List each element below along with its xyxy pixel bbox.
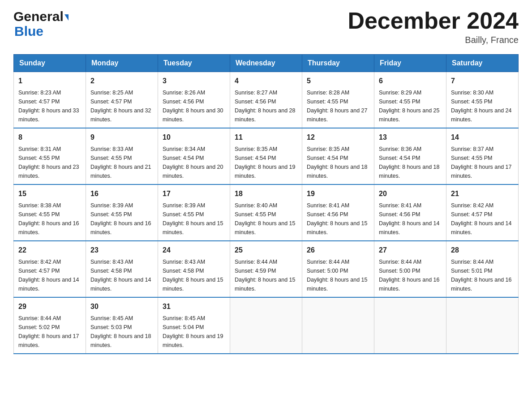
calendar-cell: 19Sunrise: 8:41 AMSunset: 4:56 PMDayligh…	[302, 184, 374, 241]
day-number: 7	[451, 76, 514, 86]
day-header-wednesday: Wednesday	[230, 55, 302, 72]
calendar-week-3: 15Sunrise: 8:38 AMSunset: 4:55 PMDayligh…	[14, 184, 519, 241]
day-info: Sunrise: 8:42 AMSunset: 4:57 PMDaylight:…	[18, 257, 81, 293]
calendar-cell: 20Sunrise: 8:41 AMSunset: 4:56 PMDayligh…	[374, 184, 446, 241]
calendar-cell: 9Sunrise: 8:33 AMSunset: 4:55 PMDaylight…	[86, 128, 158, 184]
day-info: Sunrise: 8:33 AMSunset: 4:55 PMDaylight:…	[90, 145, 153, 180]
day-number: 14	[451, 132, 514, 143]
day-info: Sunrise: 8:34 AMSunset: 4:54 PMDaylight:…	[163, 145, 225, 180]
day-number: 21	[451, 188, 514, 199]
header-right: December 2024 Bailly, France	[348, 9, 519, 45]
calendar-cell: 27Sunrise: 8:44 AMSunset: 5:00 PMDayligh…	[374, 241, 446, 297]
day-number: 20	[379, 188, 442, 199]
day-info: Sunrise: 8:39 AMSunset: 4:55 PMDaylight:…	[163, 201, 225, 237]
calendar-body: 1Sunrise: 8:23 AMSunset: 4:57 PMDaylight…	[14, 72, 519, 354]
calendar-cell: 26Sunrise: 8:44 AMSunset: 5:00 PMDayligh…	[302, 241, 374, 297]
calendar-cell: 12Sunrise: 8:35 AMSunset: 4:54 PMDayligh…	[302, 128, 374, 184]
day-number: 3	[163, 76, 225, 86]
calendar-cell: 3Sunrise: 8:26 AMSunset: 4:56 PMDaylight…	[158, 72, 230, 128]
day-info: Sunrise: 8:44 AMSunset: 5:01 PMDaylight:…	[451, 257, 514, 293]
calendar-cell: 1Sunrise: 8:23 AMSunset: 4:57 PMDaylight…	[14, 72, 86, 128]
calendar-cell: 30Sunrise: 8:45 AMSunset: 5:03 PMDayligh…	[86, 297, 158, 354]
day-number: 27	[379, 245, 442, 256]
day-info: Sunrise: 8:35 AMSunset: 4:54 PMDaylight:…	[235, 145, 297, 180]
day-info: Sunrise: 8:44 AMSunset: 5:00 PMDaylight:…	[307, 257, 369, 293]
day-info: Sunrise: 8:23 AMSunset: 4:57 PMDaylight:…	[18, 88, 81, 124]
calendar-week-5: 29Sunrise: 8:44 AMSunset: 5:02 PMDayligh…	[14, 297, 519, 354]
day-number: 5	[307, 76, 369, 86]
day-info: Sunrise: 8:38 AMSunset: 4:55 PMDaylight:…	[18, 201, 81, 237]
calendar-cell: 5Sunrise: 8:28 AMSunset: 4:55 PMDaylight…	[302, 72, 374, 128]
day-number: 22	[18, 245, 81, 256]
day-info: Sunrise: 8:28 AMSunset: 4:55 PMDaylight:…	[307, 88, 369, 124]
calendar-cell: 13Sunrise: 8:36 AMSunset: 4:54 PMDayligh…	[374, 128, 446, 184]
day-header-monday: Monday	[86, 55, 158, 72]
calendar-week-4: 22Sunrise: 8:42 AMSunset: 4:57 PMDayligh…	[14, 241, 519, 297]
calendar-cell	[374, 297, 446, 354]
day-number: 17	[163, 188, 225, 199]
day-info: Sunrise: 8:29 AMSunset: 4:55 PMDaylight:…	[379, 88, 442, 124]
calendar-cell: 22Sunrise: 8:42 AMSunset: 4:57 PMDayligh…	[14, 241, 86, 297]
day-info: Sunrise: 8:40 AMSunset: 4:55 PMDaylight:…	[235, 201, 297, 237]
day-number: 2	[90, 76, 153, 86]
calendar-cell	[302, 297, 374, 354]
day-info: Sunrise: 8:36 AMSunset: 4:54 PMDaylight:…	[379, 145, 442, 180]
day-number: 23	[90, 245, 153, 256]
calendar-cell	[230, 297, 302, 354]
calendar-cell: 24Sunrise: 8:43 AMSunset: 4:58 PMDayligh…	[158, 241, 230, 297]
day-header-sunday: Sunday	[14, 55, 86, 72]
calendar-cell: 8Sunrise: 8:31 AMSunset: 4:55 PMDaylight…	[14, 128, 86, 184]
day-header-thursday: Thursday	[302, 55, 374, 72]
calendar-cell: 23Sunrise: 8:43 AMSunset: 4:58 PMDayligh…	[86, 241, 158, 297]
day-number: 29	[18, 301, 81, 312]
day-number: 25	[235, 245, 297, 256]
day-info: Sunrise: 8:31 AMSunset: 4:55 PMDaylight:…	[18, 145, 81, 180]
day-info: Sunrise: 8:41 AMSunset: 4:56 PMDaylight:…	[379, 201, 442, 237]
day-number: 16	[90, 188, 153, 199]
calendar-cell: 28Sunrise: 8:44 AMSunset: 5:01 PMDayligh…	[446, 241, 519, 297]
day-number: 28	[451, 245, 514, 256]
day-number: 1	[18, 76, 81, 86]
calendar-cell: 15Sunrise: 8:38 AMSunset: 4:55 PMDayligh…	[14, 184, 86, 241]
calendar-week-1: 1Sunrise: 8:23 AMSunset: 4:57 PMDaylight…	[14, 72, 519, 128]
day-info: Sunrise: 8:27 AMSunset: 4:56 PMDaylight:…	[235, 88, 297, 124]
day-info: Sunrise: 8:44 AMSunset: 5:00 PMDaylight:…	[379, 257, 442, 293]
day-info: Sunrise: 8:44 AMSunset: 5:02 PMDaylight:…	[18, 314, 81, 350]
day-number: 19	[307, 188, 369, 199]
day-info: Sunrise: 8:45 AMSunset: 5:03 PMDaylight:…	[90, 314, 153, 350]
day-info: Sunrise: 8:26 AMSunset: 4:56 PMDaylight:…	[163, 88, 225, 124]
day-info: Sunrise: 8:37 AMSunset: 4:55 PMDaylight:…	[451, 145, 514, 180]
day-number: 26	[307, 245, 369, 256]
day-info: Sunrise: 8:43 AMSunset: 4:58 PMDaylight:…	[163, 257, 225, 293]
day-number: 15	[18, 188, 81, 199]
day-number: 6	[379, 76, 442, 86]
calendar-cell: 25Sunrise: 8:44 AMSunset: 4:59 PMDayligh…	[230, 241, 302, 297]
calendar-cell: 18Sunrise: 8:40 AMSunset: 4:55 PMDayligh…	[230, 184, 302, 241]
day-info: Sunrise: 8:44 AMSunset: 4:59 PMDaylight:…	[235, 257, 297, 293]
calendar-cell: 6Sunrise: 8:29 AMSunset: 4:55 PMDaylight…	[374, 72, 446, 128]
day-info: Sunrise: 8:25 AMSunset: 4:57 PMDaylight:…	[90, 88, 153, 124]
calendar-cell: 21Sunrise: 8:42 AMSunset: 4:57 PMDayligh…	[446, 184, 519, 241]
day-number: 4	[235, 76, 297, 86]
day-number: 9	[90, 132, 153, 143]
month-title: December 2024	[348, 9, 519, 32]
day-number: 13	[379, 132, 442, 143]
calendar-cell: 7Sunrise: 8:30 AMSunset: 4:55 PMDaylight…	[446, 72, 519, 128]
logo-general: General	[13, 9, 64, 24]
page-header: General Blue December 2024 Bailly, Franc…	[13, 9, 519, 45]
day-header-saturday: Saturday	[446, 55, 519, 72]
logo: General Blue	[13, 9, 69, 39]
day-info: Sunrise: 8:43 AMSunset: 4:58 PMDaylight:…	[90, 257, 153, 293]
calendar-cell: 2Sunrise: 8:25 AMSunset: 4:57 PMDaylight…	[86, 72, 158, 128]
day-header-friday: Friday	[374, 55, 446, 72]
calendar-week-2: 8Sunrise: 8:31 AMSunset: 4:55 PMDaylight…	[14, 128, 519, 184]
location: Bailly, France	[348, 35, 519, 45]
calendar-cell: 11Sunrise: 8:35 AMSunset: 4:54 PMDayligh…	[230, 128, 302, 184]
calendar-cell	[446, 297, 519, 354]
calendar-table: SundayMondayTuesdayWednesdayThursdayFrid…	[13, 54, 519, 354]
calendar-cell: 4Sunrise: 8:27 AMSunset: 4:56 PMDaylight…	[230, 72, 302, 128]
day-number: 8	[18, 132, 81, 143]
calendar-cell: 10Sunrise: 8:34 AMSunset: 4:54 PMDayligh…	[158, 128, 230, 184]
day-info: Sunrise: 8:35 AMSunset: 4:54 PMDaylight:…	[307, 145, 369, 180]
day-info: Sunrise: 8:30 AMSunset: 4:55 PMDaylight:…	[451, 88, 514, 124]
